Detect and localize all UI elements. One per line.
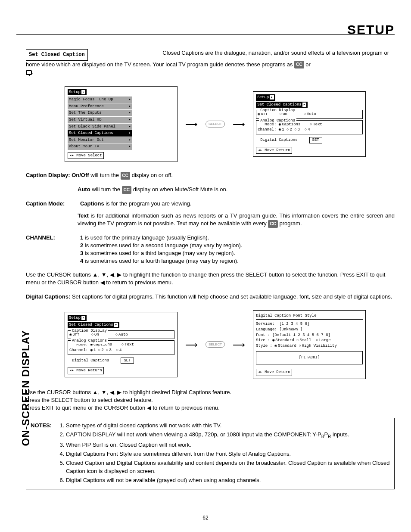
channel-lines: 1 is used for the primary language (usua… (80, 234, 395, 265)
osd-digital-font-style: Digital Caption Font Style Service: [1 2… (253, 310, 366, 379)
intro-or: or (305, 61, 311, 68)
main-content: Set Closed Caption Closed Captions are t… (26, 49, 395, 489)
osd-flow-1: Setup▸ Magic Focus Tune Up▸Menu Preferen… (65, 86, 395, 162)
osd-closed-captions-2: Setup▸ Set Closed Captions▸ Caption Disp… (65, 312, 177, 377)
arrow-icon: ⟶ (185, 339, 198, 351)
set-closed-caption-badge: Set Closed Caption (26, 49, 88, 61)
dc-cursor-3: Press EXIT to quit menu or the CURSOR bu… (26, 404, 395, 412)
arrow-icon: ⟶ (233, 339, 245, 351)
cc-icon: CC (121, 172, 130, 180)
dc-cursor-2: Press the SELECT button to select desire… (26, 396, 395, 404)
speech-bubble-icon (26, 70, 32, 75)
digital-captions-heading: Digital Captions: (26, 293, 70, 300)
select-button-icon: SELECT (206, 121, 225, 127)
arrow-icon: ⟶ (185, 118, 198, 130)
cc-icon: CC (268, 220, 277, 228)
notes-list: Some types of digital closed captions wi… (58, 422, 390, 485)
intro-period: . (32, 69, 34, 75)
auto-label: Auto (78, 186, 90, 193)
select-button-icon: SELECT (206, 341, 225, 348)
caption-display-heading: Caption Display: On/Off (26, 172, 89, 178)
page-number: 62 (0, 515, 411, 521)
cc-icon: CC (122, 186, 131, 194)
cursor-instructions: Use the CURSOR buttons ▲, ▼, ◀, ▶ to hig… (26, 271, 395, 286)
notes-box: NOTES: Some types of digital closed capt… (26, 418, 395, 489)
notes-label: NOTES: (31, 422, 52, 429)
caption-mode-dt: Caption Mode: (26, 200, 78, 208)
osd-flow-2: Setup▸ Set Closed Captions▸ Caption Disp… (65, 310, 395, 379)
osd-closed-captions: Setup▸ Set Closed Captions▸ Caption Disp… (253, 91, 366, 157)
osd-items: Magic Focus Tune Up▸Menu Preference▸Set … (68, 96, 174, 150)
channel-dt: CHANNEL: (26, 234, 78, 265)
arrow-icon: ⟶ (233, 118, 245, 130)
cc-icon: CC (294, 61, 304, 68)
dc-cursor-1: Use the CURSOR buttons ▲, ▼, ◀, ▶ to hig… (26, 389, 395, 396)
osd-setup-menu: Setup▸ Magic Focus Tune Up▸Menu Preferen… (65, 86, 177, 162)
header-rule (16, 34, 395, 35)
